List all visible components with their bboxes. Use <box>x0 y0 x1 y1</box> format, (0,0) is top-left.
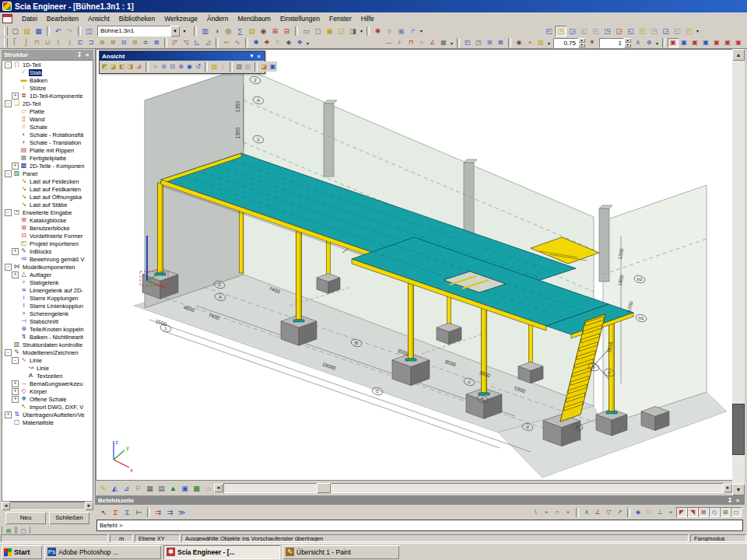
tree-schale-translation[interactable]: ◖Schale - Translation <box>2 138 93 146</box>
selection-icon[interactable]: ◉ <box>258 26 269 37</box>
pointer-icon[interactable]: ↖ <box>98 507 110 518</box>
status-plane[interactable]: Ebene XY <box>135 534 180 542</box>
folder-open-icon-caret[interactable]: ▾ <box>546 40 552 46</box>
tree-linie-gruppe[interactable]: -∿Linie <box>2 356 93 364</box>
zoom-out-icon[interactable]: ⊖ <box>160 61 168 72</box>
tree-scherengelenk[interactable]: ×Scherengelenk <box>2 310 93 317</box>
surface-display-icon[interactable]: ⊿ <box>121 483 132 494</box>
status-snap-mode[interactable]: Fangmodus <box>690 534 746 542</box>
menu-ansicht[interactable]: Ansicht <box>83 13 114 24</box>
ansicht-close-icon[interactable]: × <box>255 54 262 59</box>
expand-icon[interactable]: + <box>12 380 19 387</box>
tree-1d-komponente[interactable]: +≣1D-Teil-Komponente <box>2 92 93 100</box>
load-case-icon[interactable]: ◑ <box>211 26 223 37</box>
menu-einstellungen[interactable]: Einstellungen <box>275 13 324 24</box>
view-window-2-icon[interactable]: ◳ <box>555 26 566 37</box>
combination-icon[interactable]: ∑ <box>234 26 246 37</box>
renumber-7-icon[interactable]: ▣ <box>733 38 744 47</box>
snap-triangle-icon[interactable]: ▽ <box>603 507 614 517</box>
viewport-hscrollbar[interactable] <box>223 483 723 493</box>
menu-hilfe[interactable]: Hilfe <box>356 13 379 24</box>
draw-marker-icon[interactable]: ✎ <box>97 483 109 494</box>
snap-midpoint-icon[interactable]: ◥ <box>687 507 698 517</box>
zoom-selection-icon[interactable]: ◉ <box>185 61 194 72</box>
gallery-icon[interactable]: ▣ <box>324 26 335 37</box>
task-paint[interactable]: ✎Übersicht 1 - Paint <box>282 545 399 559</box>
tree-uebertragen[interactable]: +⇅Übertragen/Aufteilen/Ve <box>2 411 93 418</box>
move-step-icon[interactable]: ⇉ <box>153 507 164 518</box>
viewport-scroll-up-icon[interactable]: ▲ <box>732 49 745 61</box>
block-tool-icon[interactable]: ❖ <box>294 38 305 47</box>
tree-fertigteilplatte[interactable]: ▦Fertigteilplatte <box>2 154 93 162</box>
tree-stabschnitt[interactable]: ⊣Stabschnitt <box>2 317 93 325</box>
renumber-6-icon[interactable]: ▣ <box>722 38 733 47</box>
mass-group-icon[interactable]: ◎ <box>223 26 234 37</box>
search-icon[interactable]: ○ <box>384 26 395 37</box>
tree-1d-teil[interactable]: -∏1D-Teil <box>2 61 93 68</box>
zoom-in-icon[interactable]: ⊕ <box>177 61 185 72</box>
angle-snap-icon[interactable]: ∧ <box>633 38 644 47</box>
line-support-icon[interactable]: ⎦ <box>20 38 31 47</box>
befehlszeile-pin-icon[interactable]: ↧ <box>726 497 734 504</box>
tree-strukturdaten[interactable]: ▥Strukturdaten kontrollie <box>2 341 93 348</box>
tree-teile-knoten[interactable]: ⊕Teile/Knoten koppeln <box>2 325 93 333</box>
expand-icon[interactable]: + <box>12 396 19 403</box>
view-window-1-icon[interactable]: ◰ <box>543 26 555 37</box>
view-window-8-icon[interactable]: ◱ <box>625 26 637 37</box>
project-combobox[interactable]: Bühne1.3n1 ▼ ▾ <box>97 26 189 37</box>
snap-peak-icon[interactable]: ∧ <box>581 507 592 517</box>
tree-platte-rippen[interactable]: ▤Platte mit Rippen <box>2 146 93 154</box>
ansicht-menu-caret[interactable]: ▾ <box>248 53 255 59</box>
collapse-icon[interactable]: - <box>5 349 12 356</box>
ansicht-title-bar[interactable]: Ansicht ▾ × <box>100 51 265 61</box>
toolbar-handle-2[interactable] <box>4 38 8 47</box>
paste-icon[interactable]: ⊞ <box>484 38 495 47</box>
block-tool-icon-caret[interactable]: ▾ <box>305 40 310 46</box>
report-icon-caret[interactable]: ▾ <box>359 28 364 33</box>
viewport-hscroll-thumb[interactable] <box>317 483 331 493</box>
snap-arc-icon[interactable]: ∩ <box>552 507 563 517</box>
tree-schale[interactable]: ◊Schale <box>2 123 93 131</box>
snap-slope-icon[interactable]: ∠ <box>592 507 603 517</box>
cross-link-icon[interactable]: ⊠ <box>151 38 162 47</box>
view-window-7-icon[interactable]: ◲ <box>613 26 625 37</box>
expand-icon[interactable]: + <box>12 163 19 170</box>
zoom-window-icon[interactable]: ⊡ <box>168 61 177 72</box>
tree-benutzerbloecke[interactable]: ⊞Benutzerblöcke <box>2 224 93 232</box>
frame-brace-icon[interactable]: ◹ <box>181 38 191 47</box>
tree-panel[interactable]: -▨Panel <box>2 170 93 177</box>
view-window-11-icon[interactable]: ◲ <box>660 26 672 37</box>
dimension-line-icon[interactable]: ⊦ <box>395 38 405 47</box>
calculation-icon[interactable]: ▥ <box>199 26 211 37</box>
view-axo-icon[interactable]: ◨ <box>126 61 135 72</box>
menu-datei[interactable]: Datei <box>17 13 42 24</box>
book-display-icon[interactable]: ▣ <box>179 483 191 494</box>
renumber-1-icon[interactable]: ▣ <box>668 38 679 47</box>
tree-hscrollbar[interactable]: ◄ ► <box>2 502 93 510</box>
options-icon-caret[interactable]: ▾ <box>419 28 424 33</box>
collapse-icon[interactable]: - <box>5 264 12 271</box>
reference-icon[interactable]: ⊕ <box>644 38 654 47</box>
tree-2d-teil[interactable]: -❏2D-Teil <box>2 100 93 107</box>
column-tool-icon[interactable]: ⊔ <box>42 38 53 47</box>
pin-icon[interactable]: ↧ <box>75 51 83 58</box>
tree-last-oeffnung[interactable]: ↘Last auf Öffnungska <box>2 193 93 201</box>
clip-box-icon[interactable]: ◪ <box>260 61 268 72</box>
new-icon[interactable]: ▢ <box>9 26 21 37</box>
document-icon[interactable]: ▤ <box>246 26 258 37</box>
link-icon[interactable]: ▣ <box>395 26 407 37</box>
snap-cursor-icon[interactable]: ◈ <box>633 507 644 517</box>
rib-tool-icon[interactable]: ⌈ <box>53 38 64 47</box>
view-window-13-icon-caret[interactable]: ▾ <box>695 28 700 33</box>
wind-brace-icon[interactable]: ◺ <box>191 38 202 47</box>
node-display-icon[interactable]: ◭ <box>109 483 121 494</box>
viewport-vscrollbar[interactable]: ▲ ▼ <box>732 49 745 495</box>
new-window-icon[interactable]: ▣ <box>268 61 277 72</box>
expand-icon[interactable]: + <box>5 411 12 418</box>
plate-tool-icon[interactable]: ⊏ <box>75 38 86 47</box>
zoom-all-icon[interactable]: ○ <box>151 61 160 72</box>
hide-icon[interactable]: × <box>524 38 535 47</box>
undo-icon[interactable]: ↶ <box>52 26 64 37</box>
zoom-previous-icon[interactable]: ↺ <box>194 61 202 72</box>
tree-bemassung[interactable]: +↔Bemaßungswerkzeu <box>2 380 93 387</box>
